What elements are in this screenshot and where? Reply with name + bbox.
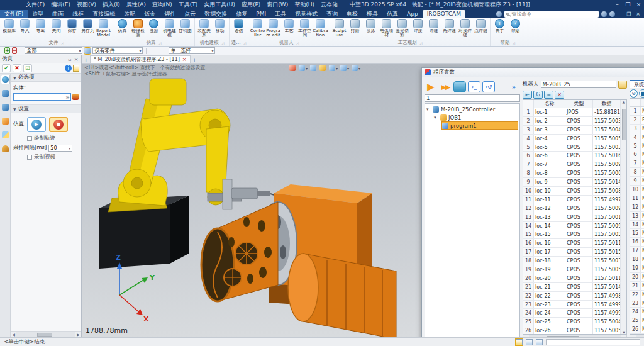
command-toolbar-button[interactable]: ⊘ [630,89,638,98]
ribbon-tab[interactable]: 模具 [362,10,382,18]
ribbon-button[interactable]: 导出 [33,18,48,33]
step-in-button[interactable]: ›_ [468,81,480,92]
ribbon-button[interactable]: 焊接 [410,18,426,33]
location-row[interactable]: 20 loc-20 CPOS 1157.5011 [523,274,621,283]
minimize-button[interactable]: – [612,0,623,9]
tree-node-program[interactable]: program1 [441,121,518,130]
location-row[interactable]: 14 loc-14 CPOS 1157.5009 [523,222,621,231]
interval-select[interactable]: 50▾ [48,145,72,152]
location-row[interactable]: 12 loc-12 CPOS 1157.5009 [523,204,621,213]
command-row[interactable]: 14 MOVL (loc-13,Vel=30.00000,Acc=40. [630,221,644,230]
fast-run-button[interactable]: ▶▶ [439,81,452,93]
ribbon-button[interactable]: 保存 [64,18,80,33]
apply-robot-button[interactable] [618,81,627,89]
required-section-header[interactable]: ▼必选项 [11,74,81,82]
ribbon-button[interactable]: 装配关系 [196,18,212,38]
menu-item[interactable]: 工具(T) [175,1,201,8]
ribbon-button[interactable]: 关闭 [48,18,64,33]
close-button[interactable]: × [633,0,644,9]
command-row[interactable]: 23 MOVL (loc-22,Vel=30.00000,Acc=40. [630,299,644,308]
toolbar-icon[interactable]: + [4,47,10,54]
globe-icon[interactable] [601,11,607,17]
menu-item[interactable]: 属性(A) [123,1,149,8]
add-tab-icon[interactable]: + [191,57,199,63]
document-tab[interactable]: * M_20iB变位机钢管理程序.Z3 - [11]× [90,55,191,63]
simulate-stop-button[interactable] [49,117,68,132]
restore-button[interactable]: ❐ [623,0,633,9]
command-row[interactable]: 4 MOVL (loc-3,Vel=30.00000,Acc=40.0 [630,133,644,142]
command-category-tab[interactable]: 系统指令 [630,80,644,88]
manager-tab[interactable] [1,75,10,84]
ribbon-button[interactable]: 漫游 [146,18,162,33]
command-row[interactable]: 10 MOVL (loc-9,Vel=30.00000,Acc=40.0 [630,186,644,194]
panel-close-icon[interactable]: × [73,57,79,62]
view-icon[interactable] [299,65,305,71]
status-input-field[interactable] [546,339,640,345]
view-icon[interactable] [310,65,316,71]
new-tab-icon[interactable]: + [82,57,90,63]
ribbon-tab[interactable]: App [402,10,423,18]
ribbon-button[interactable]: Controller [250,18,265,38]
ribbon-button[interactable]: 仿真 [114,18,130,33]
robot-name-input[interactable]: M-20iB_25 [541,81,617,88]
dialog-launcher-icon[interactable]: ◿ [512,41,515,45]
command-row[interactable]: 8 MOVL (loc-7,Vel=30.00000,Acc=40.0 [630,168,644,177]
location-row[interactable]: 1 loc-1 JPOS -15.88181, [523,108,621,117]
ribbon-tab[interactable]: 文件(F) [0,10,28,18]
dialog-launcher-icon[interactable]: ◿ [221,41,225,45]
ribbon-button[interactable]: 另存为 [80,18,96,33]
mdi-minimize-button[interactable]: – [618,11,623,17]
ribbon-tab[interactable]: 直接编辑 [88,10,119,18]
location-row[interactable]: 10 loc-10 CPOS 1157.5008 [523,187,621,196]
ribbon-tab[interactable]: 电极 [342,10,362,18]
tree-node-job[interactable]: ▾JOB1 [426,113,518,121]
ribbon-tab[interactable]: 焊件 [160,10,180,18]
col-header-type[interactable]: 类型 [565,100,593,108]
ribbon-button[interactable]: 机电建模 [162,18,177,38]
view-icon[interactable] [319,65,326,71]
command-row[interactable]: 5 MOVL (loc-4,Vel=30.00000,Acc=40.0 [630,142,644,151]
part-filter-icon[interactable] [84,48,91,54]
ribbon-tab[interactable]: 钣金 [140,10,160,18]
ribbon-tab[interactable]: 视觉样式 [291,10,322,18]
view-icon[interactable] [289,65,296,71]
ribbon-tab[interactable]: 线框 [68,10,88,18]
location-row[interactable]: 15 loc-15 CPOS 1157.5005 [523,230,621,239]
doc-icon[interactable] [73,65,79,72]
command-row[interactable]: 21 MOVL (loc-20,Vel=30.00000,Acc=40. [630,282,644,291]
location-row[interactable]: 24 loc-24 CPOS 1157.4999 [523,309,621,318]
entity-input[interactable]: ≫ [13,93,71,101]
record-video-checkbox[interactable] [27,155,32,160]
menu-item[interactable]: 查询(N) [149,1,175,8]
ribbon-button[interactable]: 导入 [17,18,33,33]
ok-button[interactable]: ✔ [2,64,11,72]
location-row[interactable]: 19 loc-19 CPOS 1157.5005 [523,265,621,274]
sync-icon[interactable] [496,11,502,17]
location-row[interactable]: 2 loc-2 CPOS 1157.5003 [523,117,621,126]
ribbon-tab[interactable]: 查询 [322,10,342,18]
location-row[interactable]: 25 loc-25 CPOS 1157.5004 [523,318,621,326]
ribbon-button[interactable]: 焊缝 [426,18,441,33]
location-row[interactable]: 21 loc-21 CPOS 1157.5014 [523,283,621,292]
ribbon-button[interactable]: ? 帮助 [508,18,523,33]
expand-toolbar-button[interactable]: » [508,81,520,93]
commands-hscrollbar[interactable]: ◀▶ [630,335,644,337]
mdi-restore-button[interactable]: ❐ [625,11,632,17]
layout-mode-icon[interactable] [516,339,523,345]
menu-item[interactable]: 插入(I) [99,1,123,8]
dialog-launcher-icon[interactable]: ◿ [243,41,247,45]
location-row[interactable]: 17 loc-17 CPOS 1157.5015 [523,248,621,257]
tree-node-controller[interactable]: ▾M-20iB_25Controller [426,105,518,113]
command-row[interactable]: 2 FLYBY #ON [630,116,644,125]
command-row[interactable]: 19 MOVL (loc-18,Vel=30.00000,Acc=40. [630,264,644,273]
command-row[interactable]: 18 MOVL (loc-17,Vel=30.00000,Acc=40. [630,255,644,264]
menu-item[interactable]: 窗口(W) [264,1,291,8]
location-toolbar-button[interactable]: ⇤ [523,91,532,99]
command-row[interactable]: 17 MOVL (loc-16,Vel=30.00000,Acc=40. [630,247,644,255]
menu-item[interactable]: 视图(V) [74,1,99,8]
location-row[interactable]: 9 loc-9 CPOS 1157.5014 [523,178,621,187]
ribbon-tab[interactable]: 点云 [180,10,200,18]
ribbon-button[interactable]: 工作空间 [297,18,313,38]
menu-item[interactable]: 编辑(E) [48,1,74,8]
ribbon-tab[interactable]: 修复 [231,10,252,18]
